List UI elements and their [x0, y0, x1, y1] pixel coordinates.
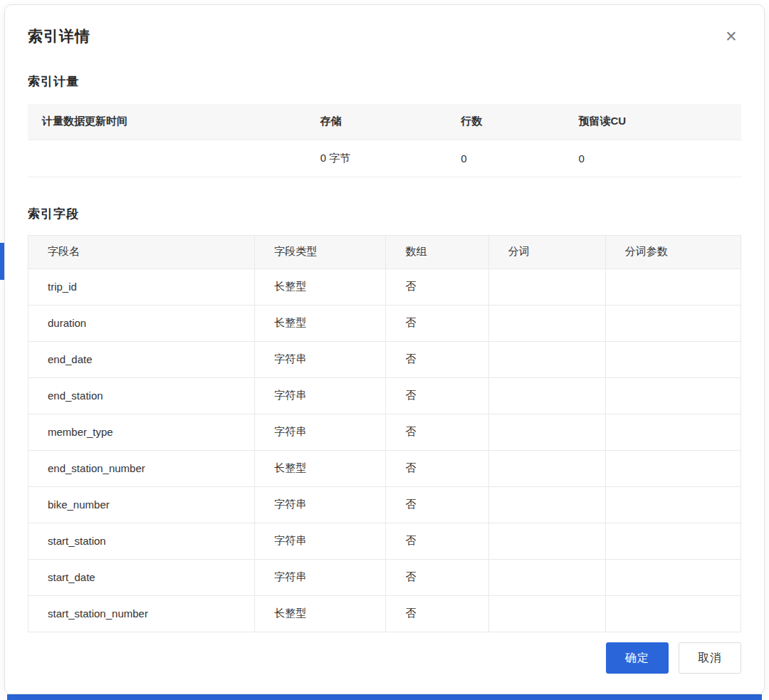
cancel-button[interactable]: 取消 [679, 642, 741, 674]
ok-button[interactable]: 确定 [606, 642, 669, 674]
table-row: trip_id长整型否 [28, 268, 741, 305]
table-cell: end_station_number [28, 450, 255, 486]
table-cell [488, 414, 605, 450]
table-row: end_station字符串否 [28, 377, 741, 414]
table-cell: 否 [386, 305, 488, 341]
metrics-table-body: 0 字节00 [28, 140, 741, 177]
table-cell [605, 414, 741, 450]
table-cell [605, 595, 741, 632]
column-header: 字段名 [28, 235, 255, 268]
column-header: 数组 [386, 235, 488, 268]
table-cell: 长整型 [255, 305, 386, 341]
table-cell [605, 305, 741, 341]
table-cell: 否 [386, 268, 488, 305]
table-cell [605, 377, 741, 414]
table-cell: 字符串 [255, 414, 386, 450]
background-page-fragment-bottom [7, 694, 762, 700]
close-icon[interactable]: × [721, 26, 741, 46]
fields-section-title: 索引字段 [28, 206, 741, 222]
table-cell [605, 559, 741, 595]
table-cell [605, 450, 741, 486]
table-cell [28, 140, 306, 177]
table-cell: member_type [28, 414, 255, 450]
table-cell: 0 字节 [306, 140, 446, 177]
table-cell: trip_id [28, 268, 255, 305]
table-cell: 长整型 [255, 595, 386, 632]
dialog-header: 索引详情 × [28, 5, 741, 46]
table-cell: 否 [386, 341, 488, 377]
table-cell [488, 305, 605, 341]
column-header: 字段类型 [255, 235, 386, 268]
table-row: duration长整型否 [28, 305, 741, 341]
table-cell [488, 486, 605, 523]
column-header: 预留读CU [564, 104, 741, 140]
table-cell: bike_number [28, 486, 255, 523]
index-details-dialog: 索引详情 × 索引计量 计量数据更新时间存储行数预留读CU 0 字节00 索引字… [4, 4, 765, 694]
table-cell: end_station [28, 377, 255, 414]
table-row: bike_number字符串否 [28, 486, 741, 523]
table-cell: 否 [386, 486, 488, 523]
dialog-footer: 确定 取消 [606, 642, 741, 674]
table-cell: 字符串 [255, 486, 386, 523]
fields-table-body: trip_id长整型否duration长整型否end_date字符串否end_s… [28, 268, 741, 632]
table-cell: 字符串 [255, 341, 386, 377]
table-cell [488, 341, 605, 377]
table-cell: 否 [386, 377, 488, 414]
column-header: 存储 [306, 104, 446, 140]
table-row: member_type字符串否 [28, 414, 741, 450]
table-cell: 长整型 [255, 450, 386, 486]
fields-table: 字段名字段类型数组分词分词参数 trip_id长整型否duration长整型否e… [28, 235, 741, 632]
column-header: 计量数据更新时间 [28, 104, 306, 140]
table-cell: start_station_number [28, 595, 255, 632]
table-cell: start_station [28, 523, 255, 559]
table-cell: duration [28, 305, 255, 341]
table-cell [488, 595, 605, 632]
metrics-header-row: 计量数据更新时间存储行数预留读CU [28, 104, 741, 140]
table-cell: 字符串 [255, 523, 386, 559]
table-cell [605, 523, 741, 559]
table-cell: 长整型 [255, 268, 386, 305]
table-cell [605, 486, 741, 523]
table-cell: 否 [386, 595, 488, 632]
metrics-section-title: 索引计量 [28, 73, 741, 90]
table-cell [605, 268, 741, 305]
table-cell [488, 450, 605, 486]
table-cell: 否 [386, 523, 488, 559]
table-cell [488, 377, 605, 414]
table-row: end_date字符串否 [28, 341, 741, 377]
table-cell: end_date [28, 341, 255, 377]
column-header: 行数 [446, 104, 564, 140]
table-row: start_station字符串否 [28, 523, 741, 559]
table-cell: start_date [28, 559, 255, 595]
table-cell: 0 [564, 140, 741, 177]
table-cell: 否 [386, 414, 488, 450]
fields-header-row: 字段名字段类型数组分词分词参数 [28, 235, 741, 268]
table-row: 0 字节00 [28, 140, 741, 177]
column-header: 分词参数 [605, 235, 741, 268]
table-cell [488, 523, 605, 559]
table-row: end_station_number长整型否 [28, 450, 741, 486]
dialog-title: 索引详情 [28, 26, 90, 46]
metrics-table: 计量数据更新时间存储行数预留读CU 0 字节00 [28, 104, 741, 177]
table-cell: 否 [386, 559, 488, 595]
table-cell [488, 268, 605, 305]
table-cell: 字符串 [255, 559, 386, 595]
table-cell: 否 [386, 450, 488, 486]
table-row: start_station_number长整型否 [28, 595, 741, 632]
table-cell: 字符串 [255, 377, 386, 414]
table-cell [605, 341, 741, 377]
column-header: 分词 [488, 235, 605, 268]
table-cell: 0 [446, 140, 564, 177]
table-cell [488, 559, 605, 595]
table-row: start_date字符串否 [28, 559, 741, 595]
